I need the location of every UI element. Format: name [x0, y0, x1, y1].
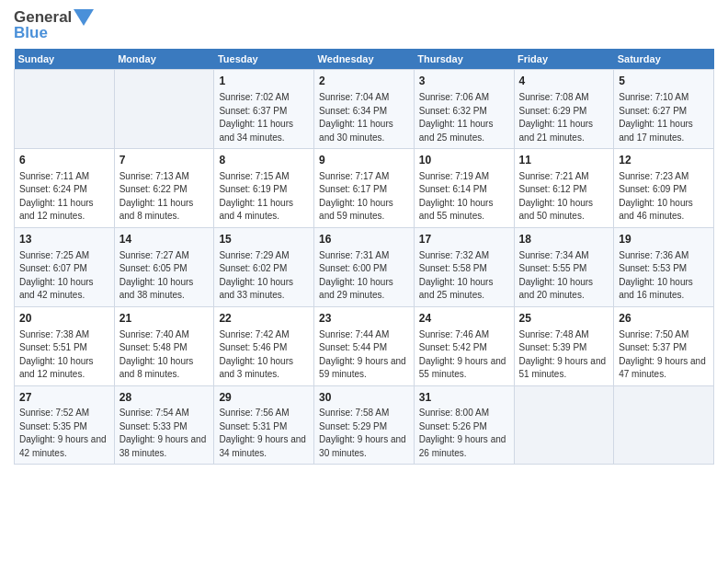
- logo-chevron-icon: [74, 9, 94, 26]
- calendar-cell: 17Sunrise: 7:32 AM Sunset: 5:58 PM Dayli…: [414, 227, 514, 306]
- calendar-cell: 12Sunrise: 7:23 AM Sunset: 6:09 PM Dayli…: [614, 149, 714, 228]
- day-number: 11: [519, 153, 609, 168]
- day-number: 16: [319, 232, 409, 247]
- day-info: Sunrise: 7:15 AM Sunset: 6:19 PM Dayligh…: [219, 170, 309, 224]
- calendar-header-row: SundayMondayTuesdayWednesdayThursdayFrid…: [15, 49, 714, 70]
- day-info: Sunrise: 7:19 AM Sunset: 6:14 PM Dayligh…: [419, 170, 509, 224]
- day-number: 2: [319, 74, 409, 89]
- calendar-cell: 14Sunrise: 7:27 AM Sunset: 6:05 PM Dayli…: [114, 227, 214, 306]
- logo-svg: General Blue: [14, 9, 94, 41]
- calendar-cell: 20Sunrise: 7:38 AM Sunset: 5:51 PM Dayli…: [15, 306, 115, 385]
- calendar-week-4: 20Sunrise: 7:38 AM Sunset: 5:51 PM Dayli…: [15, 306, 714, 385]
- calendar-cell: [514, 385, 614, 465]
- calendar-cell: 28Sunrise: 7:54 AM Sunset: 5:33 PM Dayli…: [114, 385, 214, 465]
- calendar-cell: 26Sunrise: 7:50 AM Sunset: 5:37 PM Dayli…: [614, 306, 714, 385]
- calendar-week-1: 1Sunrise: 7:02 AM Sunset: 6:37 PM Daylig…: [15, 70, 714, 149]
- day-number: 14: [119, 232, 210, 247]
- day-info: Sunrise: 7:46 AM Sunset: 5:42 PM Dayligh…: [419, 328, 509, 382]
- day-info: Sunrise: 7:40 AM Sunset: 5:48 PM Dayligh…: [119, 328, 210, 382]
- day-info: Sunrise: 7:44 AM Sunset: 5:44 PM Dayligh…: [319, 328, 409, 382]
- calendar-cell: 19Sunrise: 7:36 AM Sunset: 5:53 PM Dayli…: [614, 227, 714, 306]
- calendar-cell: 13Sunrise: 7:25 AM Sunset: 6:07 PM Dayli…: [15, 227, 115, 306]
- day-number: 28: [119, 390, 210, 406]
- calendar-cell: 1Sunrise: 7:02 AM Sunset: 6:37 PM Daylig…: [214, 70, 314, 149]
- day-info: Sunrise: 7:31 AM Sunset: 6:00 PM Dayligh…: [319, 249, 409, 303]
- day-number: 10: [419, 153, 509, 168]
- day-info: Sunrise: 7:36 AM Sunset: 5:53 PM Dayligh…: [619, 249, 709, 303]
- calendar-cell: 4Sunrise: 7:08 AM Sunset: 6:29 PM Daylig…: [514, 70, 614, 149]
- day-info: Sunrise: 7:04 AM Sunset: 6:34 PM Dayligh…: [319, 91, 409, 144]
- day-info: Sunrise: 7:38 AM Sunset: 5:51 PM Dayligh…: [19, 328, 109, 382]
- svg-marker-0: [74, 9, 94, 26]
- day-number: 26: [619, 311, 709, 327]
- calendar-cell: 24Sunrise: 7:46 AM Sunset: 5:42 PM Dayli…: [414, 306, 514, 385]
- day-info: Sunrise: 7:48 AM Sunset: 5:39 PM Dayligh…: [519, 328, 609, 382]
- day-info: Sunrise: 7:21 AM Sunset: 6:12 PM Dayligh…: [519, 170, 609, 224]
- day-info: Sunrise: 7:06 AM Sunset: 6:32 PM Dayligh…: [419, 91, 509, 144]
- calendar-cell: 6Sunrise: 7:11 AM Sunset: 6:24 PM Daylig…: [15, 149, 115, 228]
- day-info: Sunrise: 7:34 AM Sunset: 5:55 PM Dayligh…: [519, 249, 609, 303]
- day-info: Sunrise: 7:32 AM Sunset: 5:58 PM Dayligh…: [419, 249, 509, 303]
- calendar-table: SundayMondayTuesdayWednesdayThursdayFrid…: [14, 49, 714, 465]
- calendar-cell: 23Sunrise: 7:44 AM Sunset: 5:44 PM Dayli…: [314, 306, 415, 385]
- day-info: Sunrise: 7:50 AM Sunset: 5:37 PM Dayligh…: [619, 328, 709, 382]
- day-number: 9: [319, 153, 409, 168]
- calendar-cell: 5Sunrise: 7:10 AM Sunset: 6:27 PM Daylig…: [614, 70, 714, 149]
- day-number: 6: [19, 153, 109, 168]
- day-number: 24: [419, 311, 509, 327]
- calendar-cell: 18Sunrise: 7:34 AM Sunset: 5:55 PM Dayli…: [514, 227, 614, 306]
- calendar-cell: 16Sunrise: 7:31 AM Sunset: 6:00 PM Dayli…: [314, 227, 415, 306]
- day-number: 15: [219, 232, 309, 247]
- calendar-cell: 15Sunrise: 7:29 AM Sunset: 6:02 PM Dayli…: [214, 227, 314, 306]
- day-number: 22: [219, 311, 309, 327]
- day-number: 25: [519, 311, 609, 327]
- column-header-saturday: Saturday: [614, 49, 714, 70]
- day-info: Sunrise: 7:08 AM Sunset: 6:29 PM Dayligh…: [519, 91, 609, 144]
- column-header-tuesday: Tuesday: [214, 49, 314, 70]
- column-header-monday: Monday: [114, 49, 214, 70]
- day-number: 20: [19, 311, 109, 327]
- column-header-wednesday: Wednesday: [314, 49, 415, 70]
- day-number: 8: [219, 153, 309, 168]
- day-info: Sunrise: 7:17 AM Sunset: 6:17 PM Dayligh…: [319, 170, 409, 224]
- column-header-sunday: Sunday: [15, 49, 115, 70]
- day-number: 21: [119, 311, 210, 327]
- calendar-cell: 25Sunrise: 7:48 AM Sunset: 5:39 PM Dayli…: [514, 306, 614, 385]
- calendar-cell: 7Sunrise: 7:13 AM Sunset: 6:22 PM Daylig…: [114, 149, 214, 228]
- calendar-cell: 29Sunrise: 7:56 AM Sunset: 5:31 PM Dayli…: [214, 385, 314, 465]
- calendar-cell: [614, 385, 714, 465]
- day-info: Sunrise: 7:02 AM Sunset: 6:37 PM Dayligh…: [219, 91, 309, 144]
- calendar-cell: 27Sunrise: 7:52 AM Sunset: 5:35 PM Dayli…: [15, 385, 115, 465]
- day-info: Sunrise: 7:23 AM Sunset: 6:09 PM Dayligh…: [619, 170, 709, 224]
- column-header-friday: Friday: [514, 49, 614, 70]
- day-info: Sunrise: 7:42 AM Sunset: 5:46 PM Dayligh…: [219, 328, 309, 382]
- day-info: Sunrise: 7:58 AM Sunset: 5:29 PM Dayligh…: [319, 407, 409, 460]
- column-header-thursday: Thursday: [414, 49, 514, 70]
- day-number: 29: [219, 390, 309, 406]
- calendar-cell: 31Sunrise: 8:00 AM Sunset: 5:26 PM Dayli…: [414, 385, 514, 465]
- calendar-cell: 10Sunrise: 7:19 AM Sunset: 6:14 PM Dayli…: [414, 149, 514, 228]
- calendar-cell: 9Sunrise: 7:17 AM Sunset: 6:17 PM Daylig…: [314, 149, 415, 228]
- day-number: 1: [219, 74, 309, 89]
- calendar-cell: 2Sunrise: 7:04 AM Sunset: 6:34 PM Daylig…: [314, 70, 415, 149]
- day-info: Sunrise: 7:29 AM Sunset: 6:02 PM Dayligh…: [219, 249, 309, 303]
- logo: General Blue: [14, 9, 94, 41]
- day-number: 5: [619, 74, 709, 89]
- day-info: Sunrise: 7:13 AM Sunset: 6:22 PM Dayligh…: [119, 170, 210, 224]
- calendar-cell: [114, 70, 214, 149]
- day-info: Sunrise: 8:00 AM Sunset: 5:26 PM Dayligh…: [419, 407, 509, 460]
- day-info: Sunrise: 7:52 AM Sunset: 5:35 PM Dayligh…: [19, 407, 109, 460]
- day-number: 17: [419, 232, 509, 247]
- day-number: 7: [119, 153, 210, 168]
- day-number: 31: [419, 390, 509, 406]
- day-number: 13: [19, 232, 109, 247]
- calendar-cell: 8Sunrise: 7:15 AM Sunset: 6:19 PM Daylig…: [214, 149, 314, 228]
- day-info: Sunrise: 7:54 AM Sunset: 5:33 PM Dayligh…: [119, 407, 210, 460]
- day-number: 27: [19, 390, 109, 406]
- day-number: 30: [319, 390, 409, 406]
- calendar-cell: 21Sunrise: 7:40 AM Sunset: 5:48 PM Dayli…: [114, 306, 214, 385]
- day-number: 12: [619, 153, 709, 168]
- calendar-cell: 11Sunrise: 7:21 AM Sunset: 6:12 PM Dayli…: [514, 149, 614, 228]
- day-number: 19: [619, 232, 709, 247]
- calendar-cell: [15, 70, 115, 149]
